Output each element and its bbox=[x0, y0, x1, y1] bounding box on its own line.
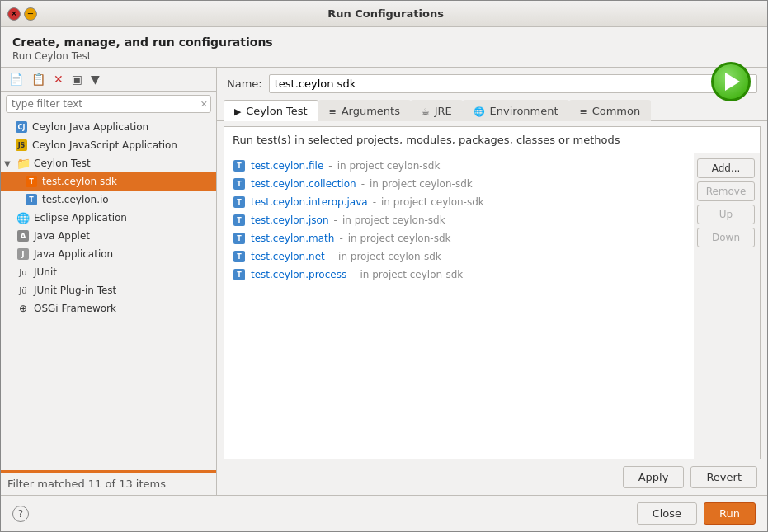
test-project: in project ceylon-sdk bbox=[338, 251, 441, 262]
run-icon bbox=[725, 73, 740, 91]
test-separator: - bbox=[361, 178, 365, 190]
list-item[interactable]: T test.ceylon.process - in project ceylo… bbox=[224, 266, 694, 284]
test-entry-icon: T bbox=[233, 195, 246, 209]
ceylon-java-app-label: Ceylon Java Application bbox=[32, 121, 148, 133]
sidebar-item-test-ceylon-sdk[interactable]: T test.ceylon sdk bbox=[1, 172, 216, 191]
test-name: test.ceylon.file bbox=[251, 160, 323, 172]
filter-clear-icon[interactable]: ✕ bbox=[200, 99, 208, 110]
ceylon-java-icon: CJ bbox=[14, 120, 29, 134]
jre-tab-label: JRE bbox=[435, 105, 452, 117]
sidebar-toolbar: 📄 📋 ✕ ▣ ▼ bbox=[1, 68, 216, 92]
common-tab-icon: ≡ bbox=[580, 106, 587, 117]
run-quick-button[interactable] bbox=[711, 62, 751, 101]
java-applet-icon: A bbox=[16, 228, 31, 243]
tab-ceylon-test[interactable]: ▶ Ceylon Test bbox=[224, 100, 318, 121]
test-ceylon-sdk-label: test.ceylon sdk bbox=[42, 176, 117, 187]
eclipse-app-label: Eclipse Application bbox=[34, 212, 127, 224]
test-name: test.ceylon.math bbox=[251, 233, 334, 244]
footer-right: Close Run bbox=[637, 502, 756, 525]
test-project: in project ceylon-sdk bbox=[381, 196, 484, 208]
name-label: Name: bbox=[227, 78, 262, 90]
help-button[interactable]: ? bbox=[12, 506, 29, 522]
sidebar-item-ceylon-java-app[interactable]: CJ Ceylon Java Application bbox=[1, 118, 216, 136]
test-name: test.ceylon.interop.java bbox=[251, 196, 368, 208]
test-project: in project ceylon-sdk bbox=[337, 160, 441, 172]
test-separator: - bbox=[328, 160, 332, 172]
tab-common[interactable]: ≡ Common bbox=[569, 100, 652, 121]
name-input[interactable] bbox=[269, 74, 757, 93]
test-ceylon-sdk-icon: T bbox=[24, 174, 39, 189]
jre-tab-icon: ☕ bbox=[422, 106, 430, 117]
tabs-bar: ▶ Ceylon Test ≡ Arguments ☕ JRE 🌐 Enviro… bbox=[217, 100, 767, 121]
test-project: in project ceylon-sdk bbox=[342, 214, 445, 226]
sidebar-item-test-ceylon-io[interactable]: T test.ceylon.io bbox=[1, 191, 216, 209]
junit-icon: Ju bbox=[16, 265, 31, 280]
test-separator: - bbox=[334, 214, 337, 226]
environment-tab-label: Environment bbox=[490, 105, 558, 117]
new-config-button[interactable]: 📄 bbox=[6, 71, 26, 87]
list-item[interactable]: T test.ceylon.file - in project ceylon-s… bbox=[224, 157, 694, 175]
sidebar-filter: ✕ bbox=[1, 92, 216, 116]
test-name: test.ceylon.net bbox=[251, 251, 325, 262]
junit-plugin-label: JUnit Plug-in Test bbox=[34, 285, 116, 296]
test-project: in project ceylon-sdk bbox=[360, 269, 464, 280]
down-button[interactable]: Down bbox=[697, 228, 755, 247]
sidebar-item-junit-plugin[interactable]: Jü JUnit Plug-in Test bbox=[1, 281, 216, 299]
header-section: Create, manage, and run configurations R… bbox=[1, 27, 767, 67]
java-app-icon: J bbox=[16, 247, 31, 261]
expand-icon: ▼ bbox=[4, 159, 16, 168]
apply-button[interactable]: Apply bbox=[623, 466, 685, 488]
add-button[interactable]: Add... bbox=[697, 158, 755, 178]
duplicate-button[interactable]: 📋 bbox=[28, 71, 49, 87]
panel-description: Run test(s) in selected projects, module… bbox=[224, 127, 760, 153]
sidebar-item-java-applet[interactable]: A Java Applet bbox=[1, 227, 216, 245]
sidebar-tree: CJ Ceylon Java Application JS Ceylon Jav… bbox=[1, 116, 216, 470]
test-separator: - bbox=[373, 196, 376, 208]
filter-status-text: Filter matched 11 of 13 items bbox=[7, 478, 166, 490]
list-item[interactable]: T test.ceylon.math - in project ceylon-s… bbox=[224, 229, 694, 247]
test-separator: - bbox=[351, 269, 355, 280]
window-title: Run Configurations bbox=[11, 7, 761, 20]
list-item[interactable]: T test.ceylon.net - in project ceylon-sd… bbox=[224, 247, 694, 266]
close-button[interactable]: Close bbox=[637, 502, 697, 525]
collapse-button[interactable]: ▣ bbox=[68, 71, 86, 87]
java-applet-label: Java Applet bbox=[34, 230, 90, 242]
tab-jre[interactable]: ☕ JRE bbox=[411, 100, 463, 121]
junit-label: JUnit bbox=[34, 266, 57, 278]
tab-arguments[interactable]: ≡ Arguments bbox=[318, 100, 411, 121]
delete-button[interactable]: ✕ bbox=[50, 71, 67, 87]
list-item[interactable]: T test.ceylon.interop.java - in project … bbox=[224, 193, 694, 211]
filter-input[interactable] bbox=[6, 95, 211, 113]
sidebar-item-ceylon-js-app[interactable]: JS Ceylon JavaScript Application bbox=[1, 136, 216, 154]
run-button[interactable]: Run bbox=[704, 502, 756, 525]
arguments-tab-label: Arguments bbox=[342, 105, 400, 117]
list-item[interactable]: T test.ceylon.json - in project ceylon-s… bbox=[224, 211, 694, 229]
test-project: in project ceylon-sdk bbox=[348, 233, 451, 244]
run-configurations-window: ✕ − Run Configurations Create, manage, a… bbox=[0, 0, 768, 532]
up-button[interactable]: Up bbox=[697, 205, 755, 224]
bottom-actions: Apply Revert bbox=[217, 459, 767, 495]
sidebar-item-eclipse-app[interactable]: 🌐 Eclipse Application bbox=[1, 209, 216, 227]
test-ceylon-io-icon: T bbox=[24, 192, 39, 207]
sidebar-item-ceylon-test-group[interactable]: ▼ 📁 Ceylon Test bbox=[1, 154, 216, 172]
panel-desc-text: Run test(s) in selected projects, module… bbox=[233, 134, 620, 146]
sidebar: 📄 📋 ✕ ▣ ▼ ✕ CJ Ceylon Java Applicat bbox=[1, 68, 217, 495]
ceylon-test-folder-icon: 📁 bbox=[16, 156, 31, 171]
test-entry-icon: T bbox=[233, 177, 246, 191]
remove-button[interactable]: Remove bbox=[697, 181, 755, 201]
list-item[interactable]: T test.ceylon.collection - in project ce… bbox=[224, 175, 694, 193]
sidebar-item-osgi[interactable]: ⊕ OSGi Framework bbox=[1, 299, 216, 318]
test-name: test.ceylon.json bbox=[251, 214, 329, 226]
more-button[interactable]: ▼ bbox=[87, 71, 103, 87]
test-project: in project ceylon-sdk bbox=[370, 178, 473, 190]
header-subtitle: Run Ceylon Test bbox=[12, 50, 756, 62]
osgi-icon: ⊕ bbox=[16, 301, 31, 316]
tab-environment[interactable]: 🌐 Environment bbox=[463, 100, 569, 121]
test-entry-icon: T bbox=[233, 250, 246, 263]
sidebar-item-junit[interactable]: Ju JUnit bbox=[1, 263, 216, 281]
sidebar-item-java-app[interactable]: J Java Application bbox=[1, 245, 216, 263]
ceylon-js-icon: JS bbox=[14, 138, 29, 153]
revert-button[interactable]: Revert bbox=[690, 466, 757, 488]
ceylon-js-app-label: Ceylon JavaScript Application bbox=[32, 139, 177, 151]
osgi-label: OSGi Framework bbox=[34, 303, 116, 314]
